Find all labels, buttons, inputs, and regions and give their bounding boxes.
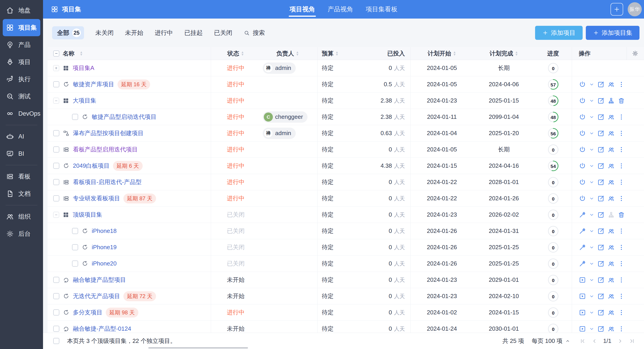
next-page-button[interactable] [617,338,623,344]
more-action-icon[interactable] [618,293,625,300]
filter-tab-0[interactable]: 全部25 [52,26,84,39]
chev-action-icon[interactable] [589,98,594,103]
team-action-icon[interactable] [608,81,615,88]
chev-action-icon[interactable] [589,114,594,120]
project-name-link[interactable]: 融合敏捷-产品型-0124 [73,325,131,333]
filter-tab-1[interactable]: 未关闭 [95,29,114,37]
row-checkbox[interactable] [72,228,78,234]
project-name-link[interactable]: iPhone19 [92,244,116,251]
project-name-link[interactable]: 敏捷产品型启动迭代项目 [92,113,156,121]
row-checkbox[interactable] [53,179,59,185]
project-name-link[interactable]: 2049白板项目 [73,162,110,170]
collapse-button[interactable]: − [53,98,59,104]
more-action-icon[interactable] [618,309,625,316]
edit-action-icon[interactable] [597,325,604,333]
tab-2[interactable]: 项目集看板 [366,0,398,18]
edit-action-icon[interactable] [597,162,604,170]
power-action-icon[interactable] [579,113,586,121]
project-name-link[interactable]: 无迭代无产品项目 [73,292,120,300]
filter-tab-4[interactable]: 已挂起 [184,29,203,37]
chev-action-icon[interactable] [589,131,594,136]
owner-pill[interactable]: Cchenggeer [263,111,308,123]
project-name-link[interactable]: iPhone20 [92,260,116,267]
team-action-icon[interactable] [608,146,615,153]
sidebar-item-gear[interactable]: 后台 [0,225,43,242]
chev-action-icon[interactable] [589,179,594,185]
collapse-button[interactable]: − [53,212,59,218]
row-checkbox[interactable] [72,244,78,250]
team-action-icon[interactable] [608,309,615,316]
play-action-icon[interactable] [579,293,586,300]
edit-action-icon[interactable] [597,81,604,88]
sidebar-item-doc[interactable]: 文档 [0,185,43,202]
chev-action-icon[interactable] [589,277,594,283]
sidebar-item-runner[interactable]: 执行 [0,71,43,88]
row-checkbox[interactable] [53,326,59,332]
more-action-icon[interactable] [618,276,625,284]
team-action-icon[interactable] [608,179,615,186]
avatar[interactable]: 振华 [628,2,642,16]
more-action-icon[interactable] [618,81,625,88]
edit-action-icon[interactable] [597,276,604,284]
more-action-icon[interactable] [618,162,625,170]
project-name-link[interactable]: iPhone18 [92,227,116,235]
chev-action-icon[interactable] [589,147,594,152]
project-name-link[interactable]: 项目集A [73,64,94,72]
sort-icon[interactable]: ▲▼ [80,51,83,56]
sidebar-item-rocket[interactable]: 项目 [0,53,43,71]
project-name-link[interactable]: 看板产品型启用迭代项目 [73,146,138,153]
team-action-icon[interactable] [608,162,615,170]
power-action-icon[interactable] [579,130,586,137]
team-action-icon[interactable] [608,293,615,300]
row-checkbox[interactable] [53,309,59,316]
power-action-icon[interactable] [579,162,586,170]
chev-action-icon[interactable] [589,228,594,234]
sort-icon[interactable]: ▲▼ [296,51,299,56]
wand-action-icon[interactable] [579,211,586,218]
edit-action-icon[interactable] [597,97,604,104]
power-action-icon[interactable] [579,81,586,88]
sidebar-item-users[interactable]: 组织 [0,208,43,225]
sidebar-item-bulb[interactable]: 产品 [0,36,43,53]
row-checkbox[interactable] [53,146,59,153]
project-name-link[interactable]: 融合敏捷产品型项目 [73,276,126,284]
add-program-button[interactable]: 添加项目集 [586,26,640,40]
sort-icon[interactable]: ▲▼ [515,51,518,56]
sidebar-item-devops[interactable]: DevOps [0,105,43,122]
row-checkbox[interactable] [53,195,59,201]
first-page-button[interactable] [580,338,586,344]
chev-action-icon[interactable] [589,294,594,299]
sidebar-item-monitor[interactable]: BI [0,145,43,162]
power-action-icon[interactable] [579,195,586,202]
tab-0[interactable]: 项目视角 [290,0,315,18]
trash-action-icon[interactable] [618,211,625,218]
chev-action-icon[interactable] [589,326,594,332]
more-action-icon[interactable] [618,195,625,202]
chev-action-icon[interactable] [589,245,594,250]
row-checkbox[interactable] [72,261,78,267]
more-action-icon[interactable] [618,227,625,235]
search-trigger[interactable]: 搜索 [244,29,265,37]
team-action-icon[interactable] [608,227,615,235]
footer-checkbox[interactable] [53,338,59,344]
chev-action-icon[interactable] [589,163,594,169]
sidebar-item-robot[interactable]: AI [0,128,43,145]
project-name-link[interactable]: 敏捷资产库项目 [73,80,114,88]
more-action-icon[interactable] [618,146,625,153]
edit-action-icon[interactable] [597,244,604,251]
edit-action-icon[interactable] [597,260,604,267]
sidebar-item-home[interactable]: 地盘 [0,2,43,19]
tab-1[interactable]: 产品视角 [328,0,353,18]
team-action-icon[interactable] [608,260,615,267]
team-action-icon[interactable] [608,244,615,251]
owner-pill[interactable]: 禅admin [263,128,296,139]
play-action-icon[interactable] [579,276,586,284]
play-action-icon[interactable] [579,325,586,333]
wand-action-icon[interactable] [579,227,586,235]
split-action-icon[interactable] [608,97,615,104]
wand-action-icon[interactable] [579,260,586,267]
more-action-icon[interactable] [618,244,625,251]
chev-action-icon[interactable] [589,310,594,315]
add-project-button[interactable]: 添加项目 [535,26,583,40]
more-action-icon[interactable] [618,113,625,121]
